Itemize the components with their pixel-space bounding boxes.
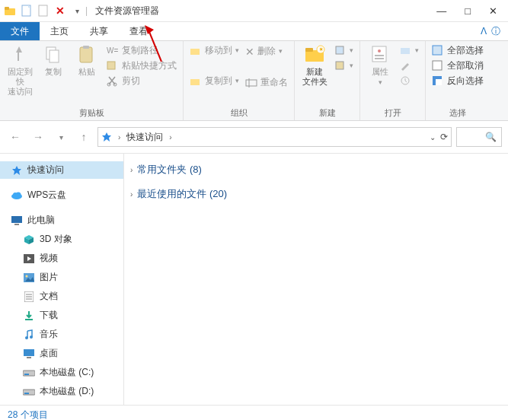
ribbon-group-clipboard: 固定到快 速访问 复制 粘贴 W= 复制路径 粘贴快捷方式 [0,41,184,120]
doc-icon[interactable] [37,4,50,18]
sidebar-item-drive-c[interactable]: 本地磁盘 (C:) [0,364,123,381]
video-icon [23,253,35,265]
sidebar-item-3d-objects[interactable]: 3D 对象 [0,231,123,248]
new-folder-button[interactable]: ✴ 新建 文件夹 [299,44,330,87]
close-window-button[interactable]: ✕ [489,6,497,16]
delete-button[interactable]: ✕ 删除 ▾ [244,44,289,59]
up-button[interactable]: ↑ [75,128,93,146]
move-to-label: 移动到 [205,45,232,57]
sidebar-item-label: 下载 [40,309,58,322]
address-bar[interactable]: › 快速访问 › ⌄ ⟳ [97,127,452,147]
copy-button[interactable]: 复制 [38,44,69,77]
svg-rect-16 [246,80,257,86]
refresh-button[interactable]: ⟳ [440,132,448,142]
svg-point-25 [378,49,381,52]
pin-quick-access-button[interactable]: 固定到快 速访问 [5,44,35,97]
select-all-button[interactable]: 全部选择 [430,44,485,58]
sidebar-item-music[interactable]: 音乐 [0,326,123,343]
history-button[interactable] [398,75,420,88]
sidebar-item-pictures[interactable]: 图片 [0,269,123,286]
svg-rect-53 [25,319,33,320]
qa-dropdown-icon[interactable]: ▾ [70,4,84,18]
minimize-button[interactable]: — [436,6,446,16]
ribbon-group-new: ✴ 新建 文件夹 ▾ ▾ 新建 [295,41,360,120]
new-item-button[interactable]: ▾ [333,44,355,58]
chevron-right-icon: › [130,190,133,199]
group-label-open: 打开 [385,107,401,119]
back-button[interactable]: ← [6,128,24,146]
group-label-clipboard: 剪贴板 [79,107,104,119]
svg-rect-39 [11,216,22,223]
properties-label: 属性 [372,67,388,77]
delete-label: 删除 [257,46,276,58]
sidebar-item-documents[interactable]: 文档 [0,288,123,305]
close-x-icon[interactable]: ✕ [53,4,67,18]
ribbon-group-organize: 移动到 ▾ 复制到 ▾ ✕ 删除 ▾ 重命名 组织 [184,41,295,120]
paste-shortcut-button[interactable]: 粘贴快捷方式 [105,59,178,73]
svg-rect-28 [401,48,410,54]
sidebar-item-desktop[interactable]: 桌面 [0,345,123,362]
desktop-icon [23,348,35,360]
address-dropdown-icon[interactable]: ⌄ [430,133,436,142]
tab-file[interactable]: 文件 [0,22,40,40]
chevron-right-icon[interactable]: › [168,133,173,142]
svg-rect-19 [305,48,313,52]
new-doc-icon[interactable] [20,4,34,18]
edit-button[interactable] [398,59,420,73]
select-none-button[interactable]: 全部取消 [430,59,485,73]
navigation-pane: 快速访问 WPS云盘 此电脑 3D 对象 视频 图片 文档 [0,154,124,405]
chevron-right-icon[interactable]: › [117,133,122,142]
forward-button[interactable]: → [29,128,47,146]
sidebar-item-quick-access[interactable]: 快速访问 [0,161,123,179]
paste-label: 粘贴 [78,67,95,77]
group-frequent-folders[interactable]: › 常用文件夹 (8) [129,160,503,180]
rename-button[interactable]: 重命名 [244,76,289,90]
svg-rect-26 [375,55,384,56]
copy-to-button[interactable]: 复制到 ▾ [188,75,241,88]
easy-access-button[interactable]: ▾ [333,59,355,73]
copy-label: 复制 [45,67,62,77]
select-all-label: 全部选择 [447,45,484,57]
group-recent-files[interactable]: › 最近使用的文件 (20) [129,184,503,204]
sidebar-item-wps-cloud[interactable]: WPS云盘 [0,186,123,204]
drive-icon [23,386,35,398]
ribbon-collapse-button[interactable]: ᐱ ⓘ [473,22,508,40]
paste-button[interactable]: 粘贴 [72,44,102,77]
svg-rect-30 [433,46,442,55]
breadcrumb-root[interactable]: 快速访问 [126,131,163,144]
properties-button[interactable]: 属性 ▾ [365,44,395,87]
sidebar-item-label: 文档 [40,290,58,303]
select-none-label: 全部取消 [447,60,484,72]
svg-rect-8 [80,47,92,62]
tab-share[interactable]: 共享 [79,22,119,40]
sidebar-item-label: 图片 [40,271,58,284]
sidebar-item-videos[interactable]: 视频 [0,250,123,267]
open-dropdown-button[interactable]: ▾ [398,44,420,58]
sidebar-item-label: 视频 [40,252,58,265]
pin-label: 固定到快 速访问 [5,67,35,97]
ribbon-body: 固定到快 速访问 复制 粘贴 W= 复制路径 粘贴快捷方式 [0,41,508,121]
cut-button[interactable]: 剪切 [105,75,178,88]
copy-path-button[interactable]: W= 复制路径 [105,44,178,58]
tab-view[interactable]: 查看 [119,22,158,40]
sidebar-item-drive-d[interactable]: 本地磁盘 (D:) [0,383,123,400]
window-controls: — □ ✕ [436,6,508,16]
sidebar-item-label: 3D 对象 [40,233,72,246]
move-to-button[interactable]: 移动到 ▾ [188,44,241,58]
sidebar-item-label: 本地磁盘 (C:) [40,366,94,379]
maximize-button[interactable]: □ [465,6,471,16]
sidebar-item-label: 快速访问 [27,164,64,177]
invert-selection-button[interactable]: 反向选择 [430,75,485,88]
group-label: 最近使用的文件 (20) [137,187,227,201]
svg-rect-59 [24,374,29,375]
download-icon [23,310,35,322]
svg-point-55 [30,336,33,339]
search-input[interactable]: 🔍 [456,127,502,147]
folder-icon[interactable] [3,4,17,18]
pc-icon [11,215,23,227]
sidebar-item-downloads[interactable]: 下载 [0,307,123,324]
tab-home[interactable]: 主页 [40,22,79,40]
sidebar-item-this-pc[interactable]: 此电脑 [0,212,123,229]
recent-locations-dropdown[interactable]: ▾ [52,128,70,146]
svg-rect-15 [190,79,200,85]
